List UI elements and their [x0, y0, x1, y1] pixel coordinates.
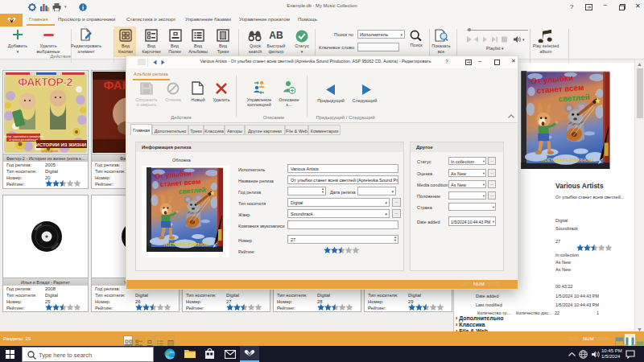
- svg-text:ИСТОРИИ ИЗ ЖИЗНИ: ИСТОРИИ ИЗ ЖИЗНИ: [36, 142, 87, 147]
- svg-text:купить диски: купить диски: [41, 150, 58, 153]
- svg-text:ФАКТОР-2: ФАКТОР-2: [18, 76, 72, 88]
- svg-text:от тревоги для комбинаций: от тревоги для комбинаций: [9, 138, 38, 142]
